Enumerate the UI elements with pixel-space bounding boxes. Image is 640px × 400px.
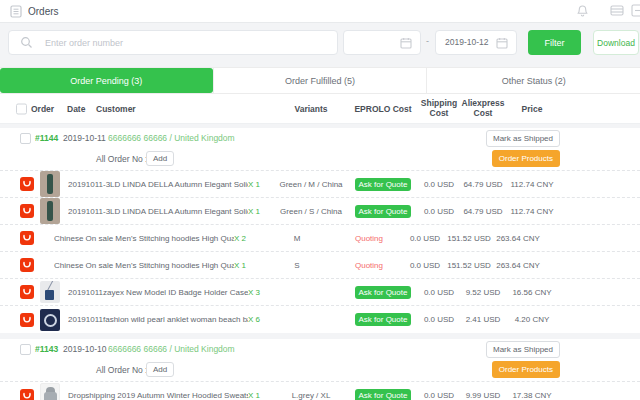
filter-bar: - 2019-10-12 Filter Download [0,23,640,63]
filter-button[interactable]: Filter [528,30,581,55]
header-variants: Variants [274,103,348,114]
bell-icon[interactable] [576,4,589,18]
shipping-cost: 0.0 USD [418,288,460,297]
quoting-status: Quoting [355,261,383,270]
product-name[interactable]: 20191011zayex New Model ID Badge Holder … [68,288,248,297]
ask-for-quote-button[interactable]: Ask for Quote [355,178,412,191]
eprolo-cost-cell: Ask for Quote [348,205,418,218]
mark-as-shipped-button[interactable]: Mark as Shipped [486,130,560,147]
menu-icon[interactable] [631,4,640,17]
order-products-button[interactable]: Order Products [492,361,560,378]
product-variant: L.grey / XL [274,391,348,400]
search-input[interactable] [9,31,337,54]
order-header-row: #1143 2019-10-10 6666666 66666 / United … [0,339,640,360]
ask-for-quote-button[interactable]: Ask for Quote [355,389,412,400]
order-item-row: Chinese On sale Men's Stitching hoodies … [0,252,640,279]
product-name[interactable]: Chinese On sale Men's Stitching hoodies … [54,234,234,243]
order-search-field [8,30,338,55]
tab-order-pending[interactable]: Order Pending (3) [0,68,213,93]
eprolo-cost-cell: Ask for Quote [348,286,418,299]
aliexpress-cost: 151.52 USD [446,261,492,270]
order-customer[interactable]: 6666666 66666 / United Kingdom [108,133,235,143]
orders-icon [10,5,22,18]
price: 112.74 CNY [506,180,558,189]
order-item-row: 20191011-3LD LINDA DELLA Autumn Elegant … [0,171,640,198]
tab-order-fulfilled[interactable]: Order Fulfilled (5) [213,68,427,93]
order-group: #1144 2019-10-11 6666666 66666 / United … [0,128,640,333]
order-date: 2019-10-11 [63,133,106,143]
shipping-cost: 0.0 USD [404,234,446,243]
status-tabs: Order Pending (3) Order Fulfilled (5) Ot… [0,67,640,94]
product-name[interactable]: 20191011-3LD LINDA DELLA Autumn Elegant … [68,207,248,216]
aliexpress-icon [20,258,34,272]
all-order-no-label: All Order No : [96,365,148,375]
order-date: 2019-10-10 [63,344,106,354]
order-items: Dropshipping 2019 Autumn Winter Hoodied … [0,381,640,400]
ask-for-quote-button[interactable]: Ask for Quote [355,313,412,326]
ask-for-quote-button[interactable]: Ask for Quote [355,286,412,299]
wallet-icon[interactable] [610,4,624,17]
product-thumbnail[interactable] [40,171,60,197]
header-customer: Customer [96,103,136,114]
eprolo-cost-cell: Ask for Quote [348,313,418,326]
header-order: Order [31,103,54,114]
ask-for-quote-button[interactable]: Ask for Quote [355,205,412,218]
add-order-no-button[interactable]: Add [146,362,174,377]
product-variant: M [260,234,334,243]
order-number[interactable]: #1144 [35,133,58,143]
product-name[interactable]: Chinese On sale Men's Stitching hoodies … [54,261,234,270]
date-range-separator: - [426,36,429,46]
aliexpress-icon [20,313,34,327]
shipping-cost: 0.0 USD [418,180,460,189]
aliexpress-icon [20,231,34,245]
shipping-cost: 0.0 USD [418,207,460,216]
table-header: Order Date Customer Variants EPROLO Cost… [0,94,640,124]
product-name[interactable]: 20191011fashion wild pearl anklet woman … [68,315,248,324]
select-all-checkbox[interactable] [16,103,27,114]
header-shipping-cost: Shipping Cost [418,98,460,119]
order-checkbox[interactable] [20,133,31,144]
tab-other-status[interactable]: Other Status (2) [426,68,640,93]
order-item-row: 20191011zayex New Model ID Badge Holder … [0,279,640,306]
calendar-icon [496,37,508,49]
date-from-field[interactable] [343,30,421,55]
order-customer[interactable]: 6666666 66666 / United Kingdom [108,344,235,354]
product-thumbnail[interactable] [40,281,60,303]
order-products-button[interactable]: Order Products [492,150,560,167]
order-item-row: Dropshipping 2019 Autumn Winter Hoodied … [0,382,640,400]
product-variant: Green / M / China [274,180,348,189]
download-button[interactable]: Download [593,30,639,55]
price: 263.64 CNY [492,234,544,243]
product-name[interactable]: 20191011-3LD LINDA DELLA Autumn Elegant … [68,180,248,189]
order-checkbox[interactable] [20,344,31,355]
product-variant: Green / S / China [274,207,348,216]
eprolo-cost-cell: Quoting [334,261,404,270]
order-group: #1143 2019-10-10 6666666 66666 / United … [0,339,640,400]
product-quantity: X 6 [248,315,274,324]
product-quantity: X 1 [234,261,260,270]
product-thumbnail[interactable] [40,383,60,400]
all-order-no-label: All Order No : [96,154,148,164]
product-quantity: X 1 [248,180,274,189]
aliexpress-cost: 64.79 USD [460,207,506,216]
aliexpress-icon [20,285,34,299]
order-item-row: 20191011fashion wild pearl anklet woman … [0,306,640,333]
header-date: Date [67,103,85,114]
aliexpress-icon [20,389,34,400]
price: 4.20 CNY [506,315,558,324]
aliexpress-cost: 9.99 USD [460,391,506,400]
product-name[interactable]: Dropshipping 2019 Autumn Winter Hoodied … [68,391,248,400]
aliexpress-icon [20,177,34,191]
add-order-no-button[interactable]: Add [146,151,174,166]
product-thumbnail[interactable] [40,198,60,224]
aliexpress-icon [20,204,34,218]
product-thumbnail[interactable] [40,309,60,331]
price: 16.56 CNY [506,288,558,297]
header-aliexpress-cost: Aliexpress Cost [460,98,506,119]
eprolo-cost-cell: Quoting [334,234,404,243]
mark-as-shipped-button[interactable]: Mark as Shipped [486,341,560,358]
order-number[interactable]: #1143 [35,344,58,354]
order-item-row: 20191011-3LD LINDA DELLA Autumn Elegant … [0,198,640,225]
date-to-field[interactable]: 2019-10-12 [435,30,517,55]
price: 263.64 CNY [492,261,544,270]
